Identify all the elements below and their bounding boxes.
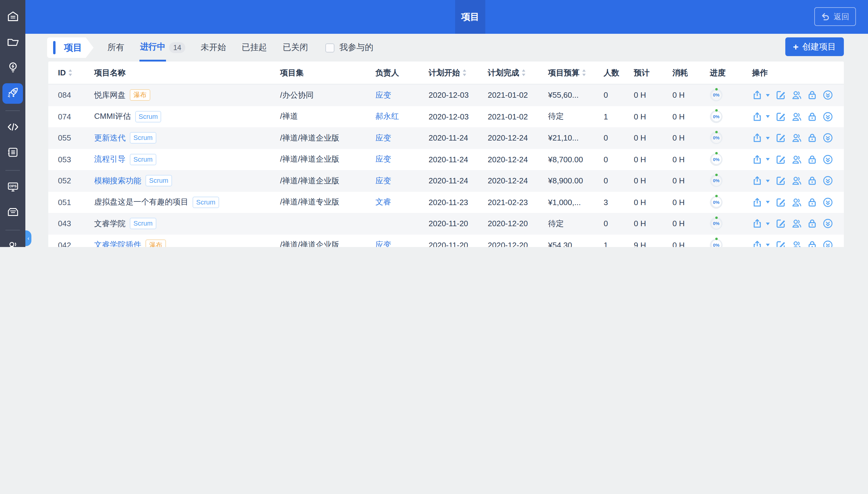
export-action-icon[interactable] — [752, 197, 762, 208]
sidebar-item-org[interactable] — [2, 237, 23, 247]
more-action-icon[interactable] — [823, 197, 833, 208]
caret-down-action-icon[interactable] — [768, 243, 770, 247]
sidebar-item-product[interactable] — [2, 58, 23, 78]
column-header-项目预算[interactable]: 项目预算 — [548, 67, 604, 78]
sidebar-item-project[interactable] — [2, 83, 23, 104]
create-project-button[interactable]: + 创建项目 — [785, 37, 844, 56]
sidebar-item-docs[interactable] — [2, 143, 23, 164]
more-action-icon[interactable] — [823, 240, 833, 247]
sidebar-item-home[interactable] — [2, 7, 23, 28]
caret-down-action-icon[interactable] — [768, 136, 770, 140]
status-tab-未开始[interactable]: 未开始 — [200, 35, 227, 60]
lock-action-icon[interactable] — [807, 176, 817, 186]
progress-ring: 0% — [710, 175, 722, 187]
project-name-link[interactable]: 更新迭代 — [94, 133, 126, 144]
participate-filter[interactable]: 我参与的 — [326, 42, 373, 53]
sidebar-item-program[interactable] — [2, 33, 23, 53]
sidebar-collapse-handle[interactable]: ‹ — [25, 230, 31, 246]
cell-actions — [752, 176, 834, 186]
edit-action-icon[interactable] — [776, 197, 786, 208]
sort-icon[interactable] — [521, 69, 526, 77]
edit-action-icon[interactable] — [776, 240, 786, 247]
cell-owner[interactable]: 应变 — [375, 175, 428, 186]
project-name-link[interactable]: 悦库网盘 — [94, 90, 126, 101]
cell-people: 1 — [604, 241, 634, 247]
project-name-link[interactable]: 文睿学院 — [94, 218, 126, 229]
project-name-link[interactable]: 文睿学院插件 — [94, 240, 141, 247]
export-action-icon[interactable] — [752, 133, 762, 143]
more-action-icon[interactable] — [823, 112, 833, 122]
caret-down-action-icon[interactable] — [768, 114, 770, 119]
status-tab-已关闭[interactable]: 已关闭 — [282, 35, 309, 60]
more-action-icon[interactable] — [823, 133, 833, 143]
team-action-icon[interactable] — [791, 133, 801, 143]
status-tab-所有[interactable]: 所有 — [107, 35, 125, 60]
zentao-project-list-page: 项目 返回 OPS ‹ 项目 所有进行中14未开始已挂起已关闭 我参与的 + 创… — [0, 0, 868, 247]
export-action-icon[interactable] — [752, 154, 762, 165]
team-action-icon[interactable] — [791, 218, 801, 229]
more-action-icon[interactable] — [823, 90, 833, 100]
team-action-icon[interactable] — [791, 176, 801, 186]
cell-owner[interactable]: 应变 — [375, 133, 428, 144]
sidebar-item-devops[interactable] — [2, 118, 23, 138]
project-name-link[interactable]: 流程引导 — [94, 154, 126, 165]
sidebar-item-feedback[interactable] — [2, 203, 23, 223]
export-action-icon[interactable] — [752, 90, 762, 100]
cell-owner[interactable]: 应变 — [375, 90, 428, 101]
team-action-icon[interactable] — [791, 197, 801, 208]
lock-action-icon[interactable] — [807, 218, 817, 229]
cell-budget: ¥8,900.00 — [548, 176, 604, 186]
caret-down-action-icon[interactable] — [768, 93, 770, 98]
project-name-link[interactable]: 模糊搜索功能 — [94, 175, 141, 186]
edit-action-icon[interactable] — [776, 176, 786, 186]
lock-action-icon[interactable] — [807, 197, 817, 208]
project-name-link[interactable]: 虚拟盘这是一个有趣的项目 — [94, 197, 188, 208]
module-tab-project[interactable]: 项目 — [47, 37, 94, 58]
lock-action-icon[interactable] — [807, 240, 817, 247]
progress-ring: 0% — [710, 196, 722, 209]
export-action-icon[interactable] — [752, 176, 762, 186]
more-action-icon[interactable] — [823, 176, 833, 186]
sidebar-item-ops[interactable]: OPS — [2, 177, 23, 198]
caret-down-action-icon[interactable] — [768, 157, 770, 162]
lock-action-icon[interactable] — [807, 154, 817, 165]
project-name-link[interactable]: CMMI评估 — [94, 111, 131, 122]
cell-owner[interactable]: 应变 — [375, 154, 428, 165]
participate-checkbox[interactable] — [326, 43, 335, 52]
edit-action-icon[interactable] — [776, 112, 786, 122]
caret-down-action-icon[interactable] — [768, 200, 770, 205]
status-tab-进行中[interactable]: 进行中14 — [140, 34, 186, 61]
cell-project-name: 更新迭代Scrum — [94, 132, 280, 144]
edit-action-icon[interactable] — [776, 154, 786, 165]
status-tab-已挂起[interactable]: 已挂起 — [241, 35, 268, 60]
export-action-icon[interactable] — [752, 218, 762, 229]
lock-action-icon[interactable] — [807, 133, 817, 143]
cell-owner[interactable]: 郝永红 — [375, 111, 428, 122]
export-action-icon[interactable] — [752, 112, 762, 122]
team-action-icon[interactable] — [791, 90, 801, 100]
cell-owner[interactable]: 文睿 — [375, 197, 428, 208]
team-action-icon[interactable] — [791, 154, 801, 165]
topbar-active-tab[interactable]: 项目 — [455, 0, 485, 34]
edit-action-icon[interactable] — [776, 133, 786, 143]
lock-action-icon[interactable] — [807, 90, 817, 100]
caret-down-action-icon[interactable] — [768, 221, 770, 226]
more-action-icon[interactable] — [823, 218, 833, 229]
back-button[interactable]: 返回 — [814, 7, 856, 26]
project-model-badge: Scrum — [146, 175, 172, 187]
more-action-icon[interactable] — [823, 154, 833, 165]
cell-owner[interactable]: 应变 — [375, 240, 428, 247]
export-action-icon[interactable] — [752, 240, 762, 247]
column-header-计划完成[interactable]: 计划完成 — [488, 67, 548, 78]
team-action-icon[interactable] — [791, 240, 801, 247]
sort-icon[interactable] — [462, 69, 467, 77]
column-header-计划开始[interactable]: 计划开始 — [428, 67, 488, 78]
lock-action-icon[interactable] — [807, 112, 817, 122]
sort-icon[interactable] — [68, 69, 72, 77]
team-action-icon[interactable] — [791, 112, 801, 122]
edit-action-icon[interactable] — [776, 90, 786, 100]
column-header-ID[interactable]: ID — [58, 68, 94, 77]
caret-down-action-icon[interactable] — [768, 178, 770, 183]
edit-action-icon[interactable] — [776, 218, 786, 229]
sort-icon[interactable] — [582, 69, 586, 77]
